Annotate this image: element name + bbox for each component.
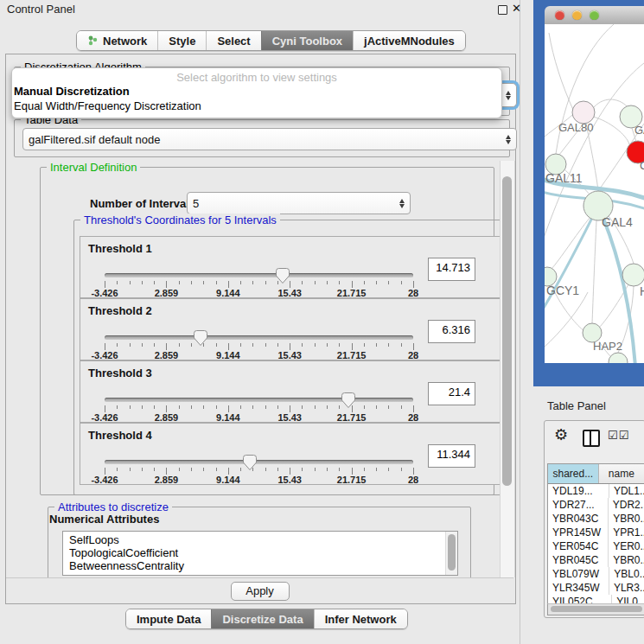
network-icon [87,35,98,47]
edge[interactable] [592,220,596,323]
cell-shared-name: YDR27... [548,498,609,512]
table-row[interactable]: YLR345WYLR3... [548,581,644,595]
scrollbar-thumb[interactable] [448,534,456,571]
threshold-value-field[interactable]: 21.4 [428,382,475,405]
table-row[interactable]: YPR145WYPR1... [548,526,644,539]
cell-shared-name: YBR043C [548,512,609,526]
table-row[interactable]: YER054CYER0... [548,539,644,553]
threshold-label: Threshold 2 [88,304,152,317]
scrollbar-thumb[interactable] [502,176,512,486]
threshold-slider[interactable]: -3.4262.8599.14415.4321.71528 [105,268,413,296]
minimize-traffic-light[interactable] [572,10,582,20]
threshold-value-field[interactable]: 14.713 [428,258,475,281]
cell-shared-name: YER054C [548,539,609,553]
threshold-label: Threshold 1 [88,242,152,255]
network-canvas[interactable]: GAL80GALCGAL11GAL4GCY1HHAP2 [545,24,644,363]
network-graph[interactable]: GAL80GALCGAL11GAL4GCY1HHAP2 [545,24,644,363]
dropdown-items: Manual DiscretizationEqual Width/Frequen… [12,84,501,113]
dropdown-item[interactable]: Equal Width/Frequency Discretization [12,99,501,113]
tab-network[interactable]: Network [77,31,157,50]
table-data-combobox[interactable]: galFiltered.sif default node [22,128,517,150]
close-icon[interactable]: ✕ [512,2,521,15]
table-row[interactable]: YIL052CYIL0... [548,595,644,603]
cell-name: YBL0... [609,567,644,581]
float-window-icon[interactable] [498,5,507,15]
slider-track[interactable] [105,460,413,464]
node[interactable] [622,264,644,286]
horizontal-scrollbar[interactable] [547,603,644,615]
list-item[interactable]: BetweennessCentrality [63,559,446,572]
table-header-row: shared...name [548,464,644,484]
node[interactable] [609,353,628,363]
edge[interactable] [545,292,588,348]
apply-button[interactable]: Apply [231,582,290,601]
table-row[interactable]: YBL079WYBL0... [548,567,644,581]
close-traffic-light[interactable] [555,10,564,20]
tab-select[interactable]: Select [206,31,260,50]
slider-tick-labels: -3.4262.8599.14415.4321.71528 [105,288,413,298]
node-label: H [640,284,644,298]
node-table[interactable]: shared...name YDL19...YDL1...YDR27...YDR… [547,463,644,603]
num-intervals-label: Number of Intervals [90,197,195,210]
vertical-scrollbar[interactable] [500,161,515,577]
column-header[interactable]: shared... [548,464,599,483]
panel-title: Control Panel [7,3,75,16]
tab-infer-network[interactable]: Infer Network [314,609,407,628]
column-header[interactable]: name [599,464,644,483]
slider-ticks [105,405,413,412]
gear-icon[interactable]: ⚙ [554,427,568,443]
list-item[interactable]: TopologicalCoefficient [63,546,446,559]
control-panel-titlebar: Control Panel ✕ [0,0,520,17]
slider-track[interactable] [105,273,413,277]
num-intervals-combobox[interactable]: 5 [187,192,411,214]
slider-track[interactable] [105,398,413,402]
slider-ticks [105,343,413,350]
tab-discretize-data[interactable]: Discretize Data [211,609,313,628]
columns-icon[interactable] [583,430,600,447]
threshold-slider[interactable]: -3.4262.8599.14415.4321.71528 [105,392,413,420]
dropdown-hint: Select algorithm to view settings [12,71,501,84]
node-label: GCY1 [546,284,579,297]
scrollbar-thumb[interactable] [551,606,642,612]
combo-value: galFiltered.sif default node [29,133,160,146]
threshold-panel: Threshold 4 -3.4262.8599.14415.4321.7152… [80,423,500,485]
tab-impute-data[interactable]: Impute Data [126,609,211,628]
combo-arrows-icon [506,135,511,144]
table-row[interactable]: YBR043CYBR0... [548,512,644,526]
cell-name: YIL0... [612,595,644,603]
algorithm-dropdown-popup: Select algorithm to view settings Manual… [11,67,502,118]
section-legend: Interval Definition [47,161,140,174]
tab-style[interactable]: Style [157,31,206,50]
cell-name: YBR0... [609,512,644,526]
threshold-panel: Threshold 1 -3.4262.8599.14415.4321.7152… [80,236,500,298]
network-window-titlebar[interactable] [545,6,644,25]
list-item[interactable]: SelfLoops [63,533,446,546]
threshold-slider[interactable]: -3.4262.8599.14415.4321.71528 [105,330,413,358]
zoom-traffic-light[interactable] [590,10,599,20]
threshold-value-field[interactable]: 6.316 [428,320,475,343]
table-row[interactable]: YBR045CYBR0... [548,553,644,567]
slider-tick-labels: -3.4262.8599.14415.4321.71528 [105,350,413,360]
combo-arrows-icon [399,199,405,208]
dropdown-item[interactable]: Manual Discretization [12,84,501,99]
interval-definition-section: Interval Definition Number of Intervals … [40,167,494,495]
table-body: YDL19...YDL1...YDR27...YDR2...YBR043CYBR… [548,484,644,603]
edge[interactable] [594,99,628,108]
threshold-slider[interactable]: -3.4262.8599.14415.4321.71528 [105,455,413,482]
node-label: GAL [634,124,644,137]
edge-thick[interactable] [545,211,596,315]
node-label: HAP2 [593,340,622,353]
slider-track[interactable] [105,335,413,340]
checkboxes-icon[interactable]: ☑☑ [608,429,629,442]
table-row[interactable]: YDL19...YDL1... [548,484,644,498]
node-label: GAL11 [545,171,583,185]
numerical-attributes-list[interactable]: SelfLoopsTopologicalCoefficientBetweenne… [62,531,458,576]
cell-name: YDR2... [609,498,644,512]
tab-cyni-toolbox[interactable]: Cyni Toolbox [261,31,353,50]
tab-jactivemnodules[interactable]: jActiveMNodules [353,31,465,50]
numerical-attributes-label: Numerical Attributes [49,513,159,526]
list-scrollbar[interactable] [445,532,457,575]
threshold-value-field[interactable]: 11.344 [428,444,475,468]
table-row[interactable]: YDR27...YDR2... [548,498,644,512]
threshold-panel: Threshold 2 -3.4262.8599.14415.4321.7152… [80,298,500,360]
